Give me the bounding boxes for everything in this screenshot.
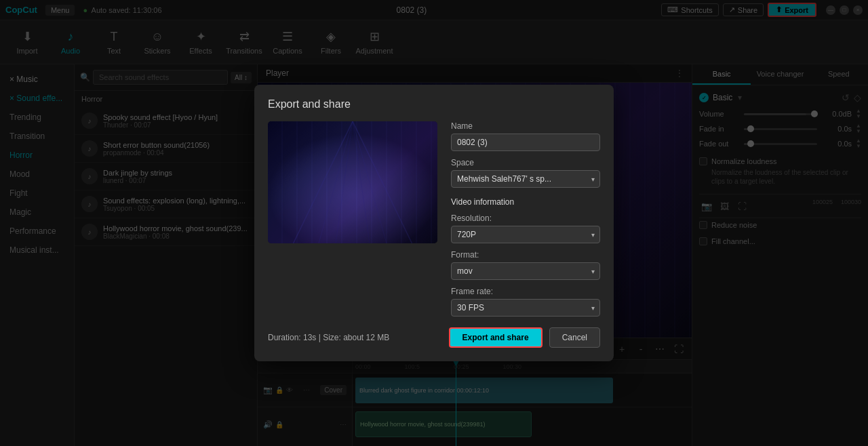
resolution-select-wrapper: 720P 1080P 4K ▾ xyxy=(451,226,600,243)
modal-body: Name Space Mehwish Saleh767' s sp... ▾ V… xyxy=(268,121,600,317)
framerate-select-wrapper: 30 FPS 60 FPS 24 FPS ▾ xyxy=(451,299,600,317)
export-and-share-button[interactable]: Export and share xyxy=(449,327,542,348)
export-modal: Export and share xyxy=(254,85,614,361)
name-field-row: Name xyxy=(451,121,600,151)
export-info: Duration: 13s | Size: about 12 MB xyxy=(268,333,389,342)
svg-rect-5 xyxy=(268,121,437,243)
format-select-wrapper: mov mp4 avi ▾ xyxy=(451,262,600,280)
space-field-row: Space Mehwish Saleh767' s sp... ▾ xyxy=(451,158,600,188)
format-select[interactable]: mov mp4 avi xyxy=(451,262,600,280)
video-info-title: Video information xyxy=(451,197,600,207)
name-field-label: Name xyxy=(451,121,600,131)
modal-footer: Duration: 13s | Size: about 12 MB Export… xyxy=(268,327,600,348)
framerate-label: Frame rate: xyxy=(451,287,600,296)
resolution-select[interactable]: 720P 1080P 4K xyxy=(451,226,600,243)
space-select-wrapper: Mehwish Saleh767' s sp... ▾ xyxy=(451,170,600,188)
framerate-select[interactable]: 30 FPS 60 FPS 24 FPS xyxy=(451,299,600,317)
modal-preview xyxy=(268,121,437,243)
modal-title: Export and share xyxy=(268,98,600,110)
format-field-row: Format: mov mp4 avi ▾ xyxy=(451,250,600,280)
format-label: Format: xyxy=(451,250,600,260)
preview-background xyxy=(268,121,437,243)
resolution-field-row: Resolution: 720P 1080P 4K ▾ xyxy=(451,214,600,243)
framerate-field-row: Frame rate: 30 FPS 60 FPS 24 FPS ▾ xyxy=(451,287,600,317)
space-select[interactable]: Mehwish Saleh767' s sp... xyxy=(451,170,600,188)
modal-overlay: Export and share xyxy=(0,0,868,446)
preview-svg xyxy=(268,121,437,243)
modal-actions: Export and share Cancel xyxy=(449,327,600,348)
name-input[interactable] xyxy=(451,134,600,151)
modal-fields: Name Space Mehwish Saleh767' s sp... ▾ V… xyxy=(451,121,600,317)
space-field-label: Space xyxy=(451,158,600,167)
cancel-button[interactable]: Cancel xyxy=(549,327,600,348)
resolution-label: Resolution: xyxy=(451,214,600,223)
